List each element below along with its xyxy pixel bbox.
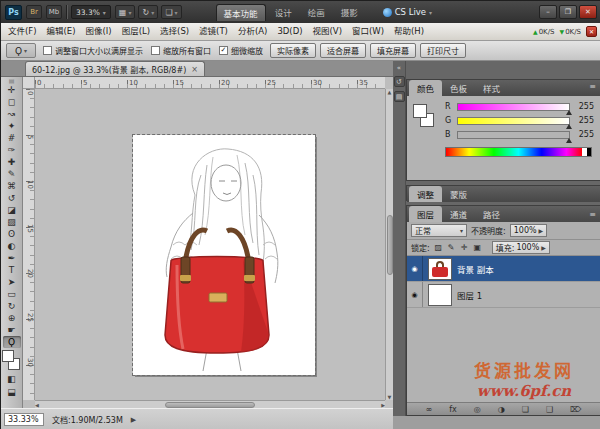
panel-menu-icon[interactable]: ≡ xyxy=(589,210,600,222)
delete-layer-icon[interactable]: ⌦ xyxy=(570,405,581,414)
clone-stamp-tool[interactable]: ⌘ xyxy=(3,180,21,192)
layer-name[interactable]: 背景 副本 xyxy=(457,263,494,275)
3d-orbit-tool[interactable]: ⊕ xyxy=(3,312,21,324)
channel-value[interactable]: 255 xyxy=(574,116,594,125)
healing-brush-tool[interactable]: ✚ xyxy=(3,156,21,168)
options-button[interactable]: 适合屏幕 xyxy=(320,43,366,58)
channel-slider[interactable] xyxy=(457,117,570,125)
tool-preset-picker[interactable]: Ϙ ▾ xyxy=(6,43,36,58)
panel-tab[interactable]: 通道 xyxy=(442,206,475,222)
foreground-color-swatch[interactable] xyxy=(413,104,427,118)
layer-visibility-toggle[interactable]: ◉ xyxy=(407,256,423,281)
new-layer-icon[interactable]: ❑ xyxy=(546,405,553,414)
menu-item[interactable]: 文件(F) xyxy=(3,23,42,40)
type-tool[interactable]: T xyxy=(3,264,21,276)
blend-mode-select[interactable]: 正常 ▾ xyxy=(411,224,467,237)
canvas-area[interactable]: 05101520253035 051015202530 xyxy=(23,77,393,408)
pasteboard[interactable] xyxy=(35,89,385,400)
layer-mask-icon[interactable]: ◎ xyxy=(474,405,481,414)
scrollbar-thumb[interactable] xyxy=(387,215,393,275)
adjustment-layer-icon[interactable]: ◑ xyxy=(498,405,505,414)
quick-selection-tool[interactable]: ✦ xyxy=(3,120,21,132)
layer-visibility-toggle[interactable]: ◉ xyxy=(407,282,423,307)
option-checkbox[interactable]: ✓ 缩放所有窗口 xyxy=(151,45,211,56)
lock-all-icon[interactable]: ▣ xyxy=(472,242,483,253)
layer-thumbnail[interactable] xyxy=(428,284,452,306)
layer-row-layer-1[interactable]: ◉ 图层 1 xyxy=(407,282,600,308)
menu-item[interactable]: 帮助(H) xyxy=(389,23,429,40)
path-selection-tool[interactable]: ➤ xyxy=(3,276,21,288)
slider-marker-icon[interactable] xyxy=(566,110,572,115)
arrange-documents-icon[interactable]: ❏▾ xyxy=(161,5,181,19)
blur-tool[interactable]: ʘ xyxy=(3,228,21,240)
color-spectrum-ramp[interactable] xyxy=(445,147,592,157)
zoom-level-box[interactable]: 33.3% ▾ xyxy=(71,5,111,19)
option-checkbox[interactable]: ✓ 调整窗口大小以满屏显示 xyxy=(43,45,143,56)
menu-item[interactable]: 图像(I) xyxy=(81,23,117,40)
view-extras-icon[interactable]: ▦▾ xyxy=(115,5,136,19)
workspace-tab[interactable]: 摄影 xyxy=(334,4,365,21)
history-brush-tool[interactable]: ↺ xyxy=(3,192,21,204)
status-zoom-field[interactable]: 33.33% xyxy=(4,413,44,426)
crop-tool[interactable]: # xyxy=(3,132,21,144)
panel-tab[interactable]: 颜色 xyxy=(409,80,442,96)
horizontal-scrollbar[interactable]: ◀ ▶ xyxy=(35,400,385,408)
launch-minibridge-button[interactable]: Mb xyxy=(46,5,62,19)
hand-tool[interactable]: ☛ xyxy=(3,324,21,336)
channel-slider[interactable] xyxy=(457,103,570,111)
channel-value[interactable]: 255 xyxy=(574,102,594,111)
fill-value-box[interactable]: 填充: 100% ▶ xyxy=(492,241,550,254)
cs-live-button[interactable]: CS Live ▾ xyxy=(383,7,432,17)
slider-marker-icon[interactable] xyxy=(566,138,572,143)
checkbox-box[interactable]: ✓ xyxy=(43,46,52,55)
zoom-tool[interactable]: Ϙ xyxy=(3,336,21,348)
scroll-left-icon[interactable]: ◀ xyxy=(35,402,39,408)
channel-slider[interactable] xyxy=(457,131,570,139)
maximize-button[interactable]: ❐ xyxy=(559,5,577,19)
workspace-tab[interactable]: 设计 xyxy=(268,4,299,21)
history-panel-icon[interactable]: ↺ xyxy=(394,76,405,87)
tab-close-icon[interactable]: × xyxy=(191,65,198,74)
channel-value[interactable]: 255 xyxy=(574,130,594,139)
layer-thumbnail[interactable] xyxy=(428,258,452,280)
document-image[interactable] xyxy=(133,135,315,375)
panel-tab[interactable]: 调整 xyxy=(409,186,442,202)
menu-item[interactable]: 滤镜(T) xyxy=(194,23,233,40)
marquee-tool[interactable]: ◻ xyxy=(3,96,21,108)
menu-item[interactable]: 图层(L) xyxy=(117,23,155,40)
launch-bridge-button[interactable]: Br xyxy=(26,5,42,19)
workspace-tab[interactable]: 基本功能 xyxy=(216,4,266,21)
workspace-tab[interactable]: 绘画 xyxy=(301,4,332,21)
scrollbar-thumb[interactable] xyxy=(165,402,255,408)
vertical-ruler[interactable]: 051015202530 xyxy=(23,89,35,400)
options-button[interactable]: 打印尺寸 xyxy=(420,43,466,58)
options-button[interactable]: 实际像素 xyxy=(270,43,316,58)
menu-item[interactable]: 窗口(W) xyxy=(347,23,389,40)
panel-tab[interactable]: 路径 xyxy=(475,206,508,222)
checkbox-box[interactable]: ✓ xyxy=(219,46,228,55)
gradient-tool[interactable]: ▨ xyxy=(3,216,21,228)
move-tool[interactable]: ✛ xyxy=(3,84,21,96)
layer-name[interactable]: 图层 1 xyxy=(457,289,482,301)
net-monitor-close-button[interactable]: ✕ xyxy=(586,26,597,37)
checkbox-box[interactable]: ✓ xyxy=(151,46,160,55)
menu-item[interactable]: 视图(V) xyxy=(308,23,347,40)
horizontal-ruler[interactable]: 05101520253035 xyxy=(35,77,385,89)
eyedropper-tool[interactable]: ✑ xyxy=(3,144,21,156)
brush-tool[interactable]: ✎ xyxy=(3,168,21,180)
menu-item[interactable]: 编辑(E) xyxy=(42,23,81,40)
menu-item[interactable]: 分析(A) xyxy=(233,23,272,40)
dodge-tool[interactable]: ◐ xyxy=(3,240,21,252)
menu-item[interactable]: 选择(S) xyxy=(155,23,194,40)
status-options-icon[interactable]: ▶ xyxy=(131,416,136,424)
layer-group-icon[interactable]: ❏ xyxy=(522,405,529,414)
screen-mode-button[interactable]: ⬓ xyxy=(3,386,21,398)
panel-tab[interactable]: 色板 xyxy=(442,80,475,96)
lock-pixels-icon[interactable]: ✎ xyxy=(446,242,457,253)
close-button[interactable]: ✕ xyxy=(579,5,597,19)
foreground-color-swatch[interactable] xyxy=(2,350,14,362)
scroll-up-icon[interactable]: ▲ xyxy=(388,89,392,95)
lasso-tool[interactable]: ↝ xyxy=(3,108,21,120)
eraser-tool[interactable]: ◪ xyxy=(3,204,21,216)
pen-tool[interactable]: ✒ xyxy=(3,252,21,264)
